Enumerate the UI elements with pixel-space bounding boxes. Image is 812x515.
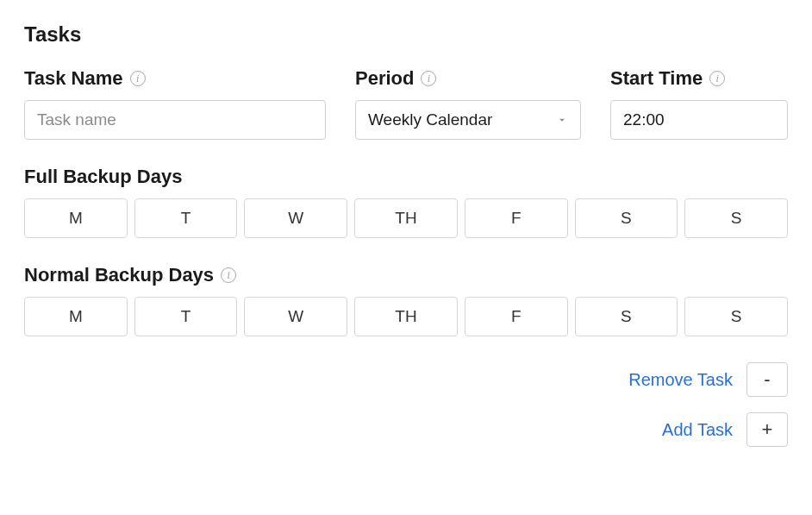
start-time-field: Start Time i [610,67,788,140]
remove-task-button[interactable]: - [746,362,788,397]
info-icon[interactable]: i [421,71,436,86]
period-field: Period i Weekly Calendar [355,67,581,140]
full-backup-days: M T W TH F S S [24,198,788,238]
period-select-value: Weekly Calendar [368,110,492,129]
day-toggle[interactable]: S [684,198,788,238]
remove-task-link[interactable]: Remove Task [628,370,733,390]
task-fields-row: Task Name i Period i Weekly Calendar Sta… [24,67,788,140]
tasks-heading: Tasks [24,22,788,47]
start-time-input[interactable] [610,100,788,140]
day-toggle[interactable]: T [134,198,238,238]
task-actions: Remove Task - Add Task + [24,362,788,447]
day-toggle[interactable]: S [575,198,678,238]
period-select[interactable]: Weekly Calendar [355,100,581,140]
day-toggle[interactable]: F [465,198,568,238]
normal-backup-days: M T W TH F S S [24,297,788,336]
chevron-down-icon [556,114,568,126]
day-toggle[interactable]: F [465,297,568,336]
period-label: Period i [355,67,581,90]
full-backup-label: Full Backup Days [24,166,788,188]
task-name-input[interactable] [24,100,326,140]
day-toggle[interactable]: M [24,297,128,336]
day-toggle[interactable]: TH [354,297,458,336]
period-label-text: Period [355,67,414,90]
task-name-field: Task Name i [24,67,326,140]
add-task-button[interactable]: + [746,412,788,447]
add-task-action: Add Task + [662,412,788,447]
remove-task-action: Remove Task - [628,362,788,397]
day-toggle[interactable]: M [24,198,128,238]
day-toggle[interactable]: TH [354,198,458,238]
start-time-label: Start Time i [610,67,788,90]
normal-backup-label-text: Normal Backup Days [24,264,214,286]
day-toggle[interactable]: S [575,297,678,336]
task-name-label: Task Name i [24,67,326,90]
add-task-link[interactable]: Add Task [662,420,733,440]
day-toggle[interactable]: W [244,198,347,238]
task-name-label-text: Task Name [24,67,123,90]
full-backup-label-text: Full Backup Days [24,166,182,188]
info-icon[interactable]: i [709,71,725,86]
start-time-label-text: Start Time [610,67,703,90]
info-icon[interactable]: i [221,267,236,283]
day-toggle[interactable]: T [134,297,238,336]
normal-backup-label: Normal Backup Days i [24,264,788,286]
info-icon[interactable]: i [130,71,146,86]
day-toggle[interactable]: S [684,297,788,336]
day-toggle[interactable]: W [244,297,347,336]
